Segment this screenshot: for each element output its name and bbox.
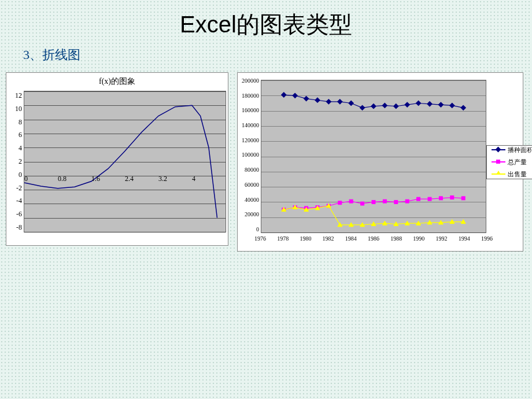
svg-rect-15 [450, 103, 455, 108]
svg-rect-3 [315, 98, 320, 102]
chart-agri-svg [261, 80, 486, 232]
svg-rect-29 [417, 197, 420, 201]
svg-rect-25 [372, 200, 375, 204]
svg-rect-2 [304, 96, 308, 101]
legend-item: 播种面积 [492, 146, 532, 154]
svg-rect-30 [428, 197, 431, 201]
chart-agri-plot: 2000001800001600001400001200001000008000… [261, 80, 486, 233]
svg-rect-5 [338, 99, 342, 104]
svg-rect-28 [405, 200, 409, 203]
chart-agri-yaxis: 2000001800001600001400001200001000008000… [237, 77, 259, 232]
svg-rect-1 [293, 93, 297, 98]
svg-rect-10 [394, 104, 398, 108]
svg-rect-23 [349, 200, 353, 203]
svg-rect-16 [461, 105, 466, 110]
svg-marker-43 [382, 221, 387, 225]
svg-rect-31 [439, 197, 442, 200]
svg-rect-33 [461, 197, 465, 200]
svg-rect-4 [326, 99, 331, 104]
chart-fx-plot: 121086420-2-4-6-8 00.81.62.43.24 [24, 91, 226, 232]
chart-fx-svg [24, 91, 226, 232]
svg-rect-11 [405, 102, 409, 107]
chart-agri-xaxis: 1976197819801982198419861988199019921994… [254, 235, 493, 242]
svg-rect-22 [338, 201, 342, 205]
chart-fx-yaxis: 121086420-2-4-6-8 [9, 91, 22, 232]
svg-rect-13 [427, 102, 432, 106]
svg-rect-24 [361, 202, 364, 205]
chart-agri: 2000001800001600001400001200001000008000… [237, 72, 523, 252]
svg-rect-0 [282, 93, 286, 97]
chart-fx: f(x)的图象 121086420-2-4-6-8 00.81.62.43.24 [6, 72, 228, 246]
charts-container: f(x)的图象 121086420-2-4-6-8 00.81.62.43.24… [0, 72, 532, 252]
svg-rect-8 [371, 104, 376, 108]
svg-rect-7 [360, 105, 364, 110]
legend-item: 出售量 [492, 170, 532, 179]
svg-rect-26 [383, 200, 386, 203]
svg-rect-6 [349, 101, 353, 105]
chart-agri-legend: 播种面积总产量出售量 [486, 145, 532, 179]
svg-rect-9 [382, 103, 387, 108]
page-subtitle: 3、折线图 [0, 46, 532, 64]
page-title: Excel的图表类型 [0, 0, 532, 46]
chart-fx-title: f(x)的图象 [6, 73, 228, 88]
svg-rect-27 [394, 200, 398, 204]
svg-rect-32 [450, 196, 454, 200]
svg-rect-14 [438, 102, 443, 107]
svg-rect-12 [416, 101, 420, 105]
legend-item: 总产量 [492, 158, 532, 167]
chart-fx-xaxis: 00.81.62.43.24 [24, 175, 226, 183]
